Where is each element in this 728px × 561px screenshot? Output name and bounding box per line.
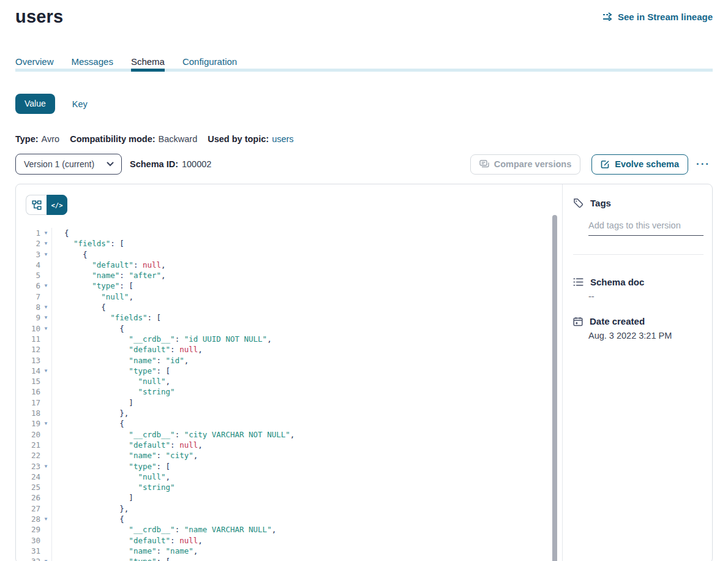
line-number: 2 <box>16 238 40 249</box>
tags-title: Tags <box>590 198 611 208</box>
code-line: 16 "string" <box>16 386 562 397</box>
evolve-schema-icon <box>601 160 610 169</box>
fold-arrow-icon[interactable]: ▼ <box>40 228 51 238</box>
calendar-plus-icon <box>573 317 583 326</box>
code-line: 1▼{ <box>16 228 562 238</box>
code-line: 14▼ "type": [ <box>16 366 562 376</box>
fold-arrow-icon[interactable]: ▼ <box>40 323 51 334</box>
tags-section-header: Tags <box>573 198 704 208</box>
tab-configuration[interactable]: Configuration <box>182 56 237 68</box>
line-number: 4 <box>16 260 40 270</box>
code-text: { <box>51 418 562 429</box>
schema-id: Schema ID: 100002 <box>130 159 211 169</box>
line-number: 21 <box>16 440 40 450</box>
schema-card: </> 1▼{2▼ "fields": [3▼ {4 "default": nu… <box>15 184 713 561</box>
code-line: 2▼ "fields": [ <box>16 238 562 249</box>
line-number: 9 <box>16 312 40 323</box>
chevron-down-icon <box>107 162 114 167</box>
code-line: 5 "name": "after", <box>16 270 562 280</box>
fold-arrow-icon[interactable]: ▼ <box>40 366 51 376</box>
line-number: 15 <box>16 376 40 386</box>
date-created-value: Aug. 3 2022 3:21 PM <box>588 331 704 341</box>
code-line: 6▼ "type": [ <box>16 280 562 291</box>
tags-input[interactable] <box>588 220 704 236</box>
fold-gutter <box>40 535 51 546</box>
fold-arrow-icon[interactable]: ▼ <box>40 249 51 260</box>
tab-overview[interactable]: Overview <box>15 56 54 68</box>
code-line: 15 "null", <box>16 376 562 386</box>
evolve-schema-button[interactable]: Evolve schema <box>591 154 688 175</box>
code-text: "__crdb__": "id UUID NOT NULL", <box>51 334 562 344</box>
code-line: 26 ] <box>16 492 562 503</box>
fold-arrow-icon[interactable]: ▼ <box>40 461 51 472</box>
code-line: 18 }, <box>16 408 562 418</box>
type-value: Avro <box>42 134 60 144</box>
line-number: 28 <box>16 514 40 524</box>
controls-row: Version 1 (current) Schema ID: 100002 <box>15 154 713 175</box>
line-number: 23 <box>16 461 40 472</box>
used-by-topic-label: Used by topic: <box>208 134 269 144</box>
line-number: 24 <box>16 472 40 482</box>
editor-view-toggle: </> <box>26 195 67 215</box>
tab-schema[interactable]: Schema <box>131 56 165 68</box>
version-select[interactable]: Version 1 (current) <box>15 154 122 175</box>
code-text: { <box>51 323 562 334</box>
code-text: "__crdb__": "name VARCHAR NULL", <box>51 524 562 535</box>
code-text: "name": "name", <box>51 546 562 556</box>
fold-gutter <box>40 440 51 450</box>
fold-gutter <box>40 270 51 280</box>
code-text: "default": null, <box>51 260 562 270</box>
line-number: 26 <box>16 492 40 503</box>
fold-gutter <box>40 376 51 386</box>
compare-versions-icon <box>479 160 489 168</box>
code-line: 27 }, <box>16 503 562 514</box>
fold-arrow-icon[interactable]: ▼ <box>40 556 51 561</box>
code-text: "fields": [ <box>51 312 562 323</box>
code-line: 21 "default": null, <box>16 440 562 450</box>
fold-arrow-icon[interactable]: ▼ <box>40 280 51 291</box>
fold-gutter <box>40 260 51 270</box>
tab-bar: Overview Messages Schema Configuration <box>15 56 713 72</box>
code-text: { <box>51 302 562 312</box>
tree-view-button[interactable] <box>26 195 47 215</box>
code-text: "default": null, <box>51 535 562 546</box>
line-number: 16 <box>16 386 40 397</box>
code-viewer: 1▼{2▼ "fields": [3▼ {4 "default": null,5… <box>16 228 562 561</box>
code-text: { <box>51 228 562 238</box>
code-line: 7 "null", <box>16 292 562 302</box>
code-text: "null", <box>51 376 562 386</box>
line-number: 18 <box>16 408 40 418</box>
more-actions-button[interactable]: ··· <box>694 158 713 170</box>
line-number: 3 <box>16 249 40 260</box>
value-button[interactable]: Value <box>15 94 55 114</box>
line-number: 32 <box>16 556 40 561</box>
code-text: "null", <box>51 292 562 302</box>
fold-gutter <box>40 334 51 344</box>
code-line: 31 "name": "name", <box>16 546 562 556</box>
line-number: 5 <box>16 270 40 280</box>
editor-scrollbar[interactable] <box>552 215 557 561</box>
topic-link[interactable]: users <box>272 134 293 144</box>
date-created-title: Date created <box>590 316 645 326</box>
fold-gutter <box>40 546 51 556</box>
fold-arrow-icon[interactable]: ▼ <box>40 514 51 524</box>
code-view-icon: </> <box>51 201 63 209</box>
line-number: 7 <box>16 292 40 302</box>
key-button[interactable]: Key <box>72 99 88 109</box>
fold-gutter <box>40 450 51 461</box>
fold-arrow-icon[interactable]: ▼ <box>40 418 51 429</box>
date-created-section-header: Date created <box>573 316 704 326</box>
compare-versions-button[interactable]: Compare versions <box>470 154 581 175</box>
tab-messages[interactable]: Messages <box>72 56 113 68</box>
line-number: 13 <box>16 355 40 366</box>
fold-arrow-icon[interactable]: ▼ <box>40 312 51 323</box>
fold-arrow-icon[interactable]: ▼ <box>40 238 51 249</box>
stream-lineage-link[interactable]: See in Stream lineage <box>602 12 713 22</box>
code-view-button[interactable]: </> <box>47 195 67 215</box>
code-line: 11 "__crdb__": "id UUID NOT NULL", <box>16 334 562 344</box>
code-text: "null", <box>51 472 562 482</box>
fold-arrow-icon[interactable]: ▼ <box>40 302 51 312</box>
code-line: 32▼ "type": [ <box>16 556 562 561</box>
line-number: 19 <box>16 418 40 429</box>
line-number: 11 <box>16 334 40 344</box>
